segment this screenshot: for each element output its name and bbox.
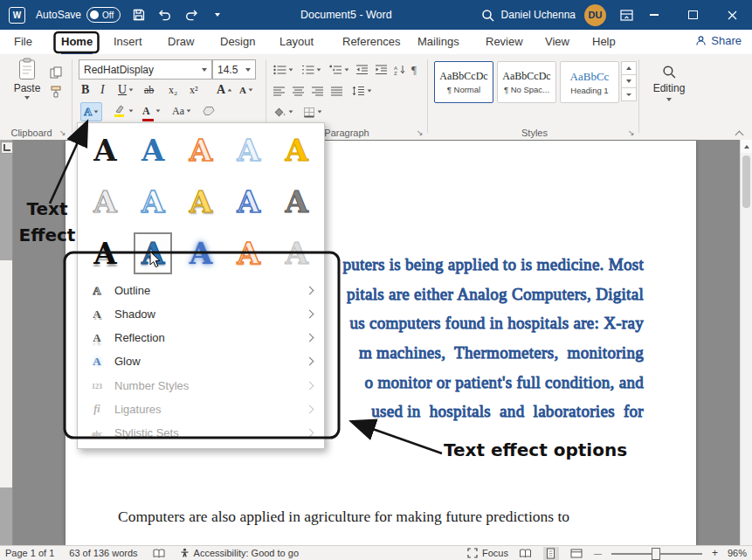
zoom-in-button[interactable]: [712, 547, 718, 559]
line-spacing-button[interactable]: [349, 82, 375, 100]
autosave-pill[interactable]: Off: [86, 7, 121, 23]
web-layout-icon[interactable]: [569, 547, 584, 560]
font-color-button[interactable]: A: [140, 102, 163, 120]
ribbon-display-options-icon[interactable]: [618, 7, 634, 23]
align-center-button[interactable]: [290, 82, 307, 100]
tab-view[interactable]: View: [545, 35, 569, 48]
text-effect-option-selected[interactable]: A: [129, 227, 177, 279]
zoom-slider[interactable]: [611, 547, 702, 559]
superscript-button[interactable]: x²: [187, 81, 201, 99]
share-button[interactable]: Share: [695, 34, 742, 47]
redo-icon[interactable]: [183, 7, 199, 23]
decrease-indent-button[interactable]: [353, 61, 371, 79]
text-effect-option[interactable]: A: [224, 125, 273, 176]
focus-button[interactable]: Focus: [467, 548, 508, 558]
highlight-color-button[interactable]: [110, 102, 136, 120]
text-effect-option[interactable]: A: [81, 227, 129, 279]
minimize-button[interactable]: [634, 0, 673, 30]
numbering-button[interactable]: [299, 61, 324, 79]
text-effect-option[interactable]: A: [273, 227, 321, 279]
italic-button[interactable]: I: [98, 81, 107, 99]
tab-draw[interactable]: Draw: [168, 35, 194, 48]
scrollbar-thum b[interactable]: [742, 156, 750, 208]
font-name-select[interactable]: RedHatDisplay: [79, 59, 212, 80]
accessibility-status[interactable]: Accessibility: Good to go: [180, 548, 299, 558]
style-no-spacing[interactable]: AaBbCcDc ¶ No Spac...: [497, 61, 556, 103]
bullets-button[interactable]: [271, 61, 296, 79]
styles-scroll-up-icon[interactable]: [621, 61, 637, 75]
font-size-select[interactable]: 14.5: [212, 59, 256, 80]
text-effect-option[interactable]: A: [273, 176, 321, 228]
styles-gallery-more-icon[interactable]: [621, 87, 637, 101]
grow-font-button[interactable]: A: [214, 81, 235, 99]
subscript-button[interactable]: x₂: [166, 81, 180, 99]
menu-item-outline[interactable]: Outline: [78, 279, 324, 302]
editing-button[interactable]: Editing: [646, 61, 692, 122]
menu-item-shadow[interactable]: Shadow: [78, 302, 324, 326]
save-icon[interactable]: [131, 7, 147, 23]
paragraph-dialog-launcher[interactable]: ↘: [417, 128, 424, 137]
paste-button[interactable]: Paste: [7, 58, 47, 124]
close-button[interactable]: [713, 0, 752, 30]
word-app-icon[interactable]: W: [9, 7, 25, 24]
copy-icon[interactable]: [47, 65, 65, 80]
autosave-toggle[interactable]: AutoSave Off: [36, 7, 121, 23]
undo-icon[interactable]: [157, 7, 173, 23]
tab-insert[interactable]: Insert: [114, 35, 142, 48]
underline-button[interactable]: U: [115, 81, 136, 99]
sort-button[interactable]: AZ: [391, 61, 409, 79]
align-left-button[interactable]: [271, 82, 288, 100]
tab-file[interactable]: File: [14, 35, 32, 48]
menu-item-glow[interactable]: Glow: [78, 349, 324, 373]
proofing-icon[interactable]: [153, 549, 165, 558]
bold-button[interactable]: B: [79, 81, 92, 99]
scroll-up-icon[interactable]: [741, 140, 752, 153]
text-effects-button[interactable]: A: [80, 102, 102, 121]
tab-references[interactable]: References: [342, 35, 400, 48]
zoom-out-button[interactable]: [594, 548, 602, 558]
zoom-percentage[interactable]: 96%: [728, 548, 747, 558]
text-effect-option[interactable]: A: [81, 125, 129, 176]
text-effect-option[interactable]: A: [224, 176, 273, 228]
increase-indent-button[interactable]: [372, 61, 390, 79]
borders-button[interactable]: [300, 103, 325, 121]
styles-scroll-down-icon[interactable]: [621, 74, 637, 88]
tab-design[interactable]: Design: [220, 35, 255, 48]
text-effect-option[interactable]: A: [224, 227, 273, 279]
print-layout-icon[interactable]: [543, 547, 559, 560]
vertical-scrollbar[interactable]: [740, 140, 752, 546]
text-effect-option[interactable]: A: [129, 125, 177, 176]
strikethrough-button[interactable]: ab: [141, 81, 156, 99]
tab-help[interactable]: Help: [592, 35, 616, 48]
search-icon[interactable]: [480, 7, 496, 23]
text-effect-option[interactable]: A: [81, 176, 129, 228]
page-indicator[interactable]: Page 1 of 1: [5, 548, 54, 558]
align-right-button[interactable]: [309, 82, 327, 100]
shrink-font-button[interactable]: A: [237, 81, 256, 99]
clear-formatting-button[interactable]: [199, 102, 217, 120]
read-mode-icon[interactable]: [518, 547, 534, 560]
avatar[interactable]: DU: [584, 4, 606, 26]
change-case-button[interactable]: Aa: [169, 102, 194, 120]
show-paragraph-marks-button[interactable]: ¶: [409, 61, 419, 79]
tab-layout[interactable]: Layout: [279, 35, 314, 48]
shading-button[interactable]: [271, 103, 296, 121]
user-name[interactable]: Daniel Uchenna: [501, 9, 576, 21]
word-count[interactable]: 63 of 136 words: [69, 548, 137, 558]
styles-dialog-launcher[interactable]: ↘: [628, 128, 635, 137]
maximize-button[interactable]: [673, 0, 713, 30]
text-effect-option[interactable]: A: [273, 125, 321, 176]
clipboard-dialog-launcher[interactable]: ↘: [59, 128, 66, 137]
format-painter-icon[interactable]: [47, 84, 65, 100]
text-effect-option[interactable]: A: [177, 125, 225, 176]
style-heading-1[interactable]: AaBbCc Heading 1: [560, 61, 619, 103]
text-effect-option[interactable]: A: [129, 176, 177, 228]
tab-mailings[interactable]: Mailings: [417, 35, 459, 48]
text-effect-option[interactable]: A: [177, 176, 225, 228]
text-effect-option[interactable]: A: [177, 227, 225, 279]
quick-access-chevron-icon[interactable]: [210, 7, 225, 23]
menu-item-reflection[interactable]: Reflection: [78, 326, 324, 349]
zoom-slider-thumb[interactable]: [652, 548, 660, 560]
tab-review[interactable]: Review: [486, 35, 523, 48]
tab-home[interactable]: Home: [61, 35, 93, 54]
